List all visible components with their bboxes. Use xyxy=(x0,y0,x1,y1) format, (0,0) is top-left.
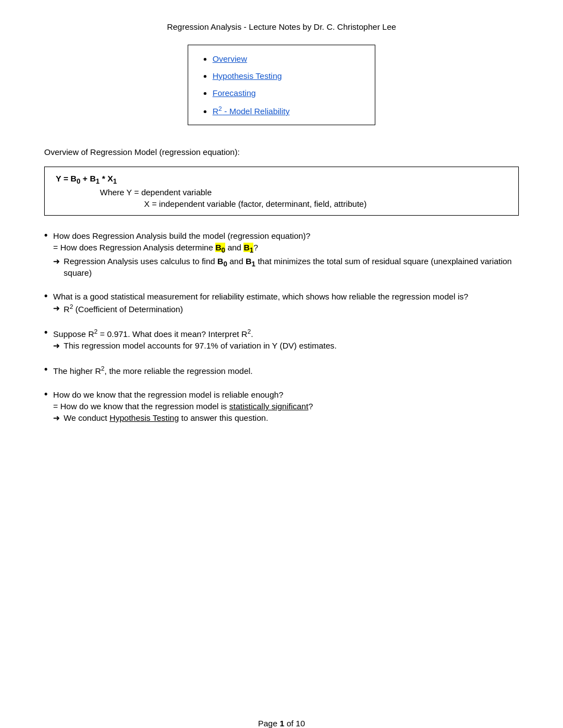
bullet-main-text: The higher R2, the more reliable the reg… xyxy=(53,366,252,376)
bullet-section-4: • The higher R2, the more reliable the r… xyxy=(44,365,519,376)
bullet-content-4: The higher R2, the more reliable the reg… xyxy=(53,365,519,376)
arrow-line: ➜ This regression model accounts for 97.… xyxy=(53,341,519,351)
page-wrapper: Regression Analysis - Lecture Notes by D… xyxy=(44,22,519,728)
bullet-item-3: • Suppose R2 = 0.971. What does it mean?… xyxy=(44,328,519,351)
bullet-dot: • xyxy=(44,364,47,376)
bullet-dot: • xyxy=(44,230,47,242)
arrow-line: ➜ Regression Analysis uses calculus to f… xyxy=(53,256,519,277)
toc-link-hypothesis[interactable]: Hypothesis Testing xyxy=(213,71,282,81)
arrow-line: ➜ R2 (Coefficient of Determination) xyxy=(53,303,519,314)
arrow-text: Regression Analysis uses calculus to fin… xyxy=(63,256,519,277)
bullet-dot: • xyxy=(44,291,47,302)
section-intro: Overview of Regression Model (regression… xyxy=(44,147,519,157)
bullet-content-2: What is a good statistical measurement f… xyxy=(53,292,519,314)
footer-text: Page 1 of 10 xyxy=(258,719,305,728)
bullet-content-5: How do we know that the regression model… xyxy=(53,390,519,423)
page-footer: Page 1 of 10 xyxy=(44,719,519,728)
bullet-dot: • xyxy=(44,389,47,400)
list-item: Overview xyxy=(213,54,362,63)
list-item: Forecasting xyxy=(213,88,362,98)
equation-line1: Y = B0 + B1 * X1 xyxy=(56,174,507,185)
arrow-icon: ➜ xyxy=(53,303,60,313)
bullet-main-text: Suppose R2 = 0.971. What does it mean? I… xyxy=(53,329,253,339)
bullet-dot: • xyxy=(44,327,47,339)
bullet-item-5: • How do we know that the regression mod… xyxy=(44,390,519,423)
equation-line3: X = independent variable (factor, determ… xyxy=(144,199,507,208)
arrow-icon: ➜ xyxy=(53,413,60,423)
bullet-section-3: • Suppose R2 = 0.971. What does it mean?… xyxy=(44,328,519,351)
equation-box: Y = B0 + B1 * X1 Where Y = dependent var… xyxy=(44,167,519,216)
bullet-content-1: How does Regression Analysis build the m… xyxy=(53,231,519,277)
arrow-text: R2 (Coefficient of Determination) xyxy=(63,303,519,314)
arrow-text: We conduct Hypothesis Testing to answer … xyxy=(63,413,519,422)
bullet-item-1: • How does Regression Analysis build the… xyxy=(44,231,519,277)
bullet-section-5: • How do we know that the regression mod… xyxy=(44,390,519,423)
list-item: Hypothesis Testing xyxy=(213,71,362,81)
page-title: Regression Analysis - Lecture Notes by D… xyxy=(167,22,396,31)
toc-list: Overview Hypothesis Testing Forecasting … xyxy=(201,54,362,116)
list-item: R2 - Model Reliability xyxy=(213,105,362,116)
arrow-icon: ➜ xyxy=(53,256,60,266)
page-number: 1 xyxy=(280,719,284,728)
bullet-main-text: How do we know that the regression model… xyxy=(53,390,283,399)
arrow-text: This regression model accounts for 97.1%… xyxy=(63,341,519,350)
equation-line2: Where Y = dependent variable xyxy=(100,188,507,197)
toc-link-forecasting[interactable]: Forecasting xyxy=(213,88,256,98)
bullet-sub-line: = How do we know that the regression mod… xyxy=(53,402,519,411)
toc-link-reliability[interactable]: R2 - Model Reliability xyxy=(213,106,290,116)
arrow-icon: ➜ xyxy=(53,341,60,351)
arrow-line: ➜ We conduct Hypothesis Testing to answe… xyxy=(53,413,519,423)
toc-link-overview[interactable]: Overview xyxy=(213,54,247,63)
bullet-main-text: What is a good statistical measurement f… xyxy=(53,292,468,301)
bullet-section-2: • What is a good statistical measurement… xyxy=(44,292,519,314)
table-of-contents: Overview Hypothesis Testing Forecasting … xyxy=(188,45,375,125)
bullet-sub-line: = How does Regression Analysis determine… xyxy=(53,243,519,254)
bullet-content-3: Suppose R2 = 0.971. What does it mean? I… xyxy=(53,328,519,351)
bullet-item-2: • What is a good statistical measurement… xyxy=(44,292,519,314)
bullet-main-text: How does Regression Analysis build the m… xyxy=(53,231,310,240)
bullet-item-4: • The higher R2, the more reliable the r… xyxy=(44,365,519,376)
page-header: Regression Analysis - Lecture Notes by D… xyxy=(44,22,519,31)
bullet-section-1: • How does Regression Analysis build the… xyxy=(44,231,519,277)
